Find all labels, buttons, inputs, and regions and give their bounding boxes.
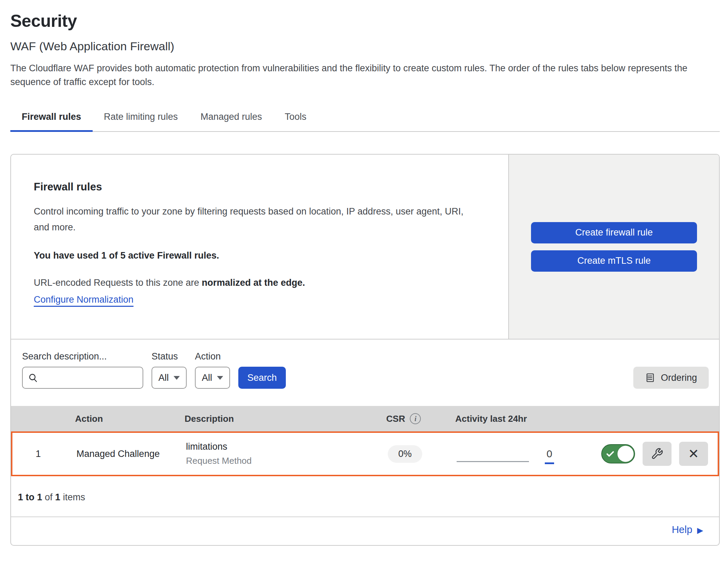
normalization-text: URL-encoded Requests to this zone are — [34, 278, 202, 288]
rules-table-header: Action Description CSR i Activity last 2… — [11, 406, 719, 431]
create-rule-actions-panel: Create firewall rule Create mTLS rule — [508, 155, 719, 339]
firewall-rules-info: Firewall rules Control incoming traffic … — [11, 155, 508, 339]
rule-action: Managed Challenge — [64, 449, 178, 459]
search-label: Search description... — [22, 351, 143, 362]
search-box[interactable] — [22, 367, 143, 389]
rule-description-cell: limitations Request Method — [178, 441, 357, 466]
items-total: 1 — [55, 492, 60, 502]
items-range: 1 to 1 — [18, 492, 42, 502]
rule-csr-cell: 0% — [357, 445, 453, 463]
status-filter-group: Status All — [152, 351, 187, 389]
tab-label: Managed rules — [200, 112, 262, 122]
configure-normalization-link[interactable]: Configure Normalization — [34, 294, 134, 305]
tab-tools[interactable]: Tools — [273, 107, 318, 131]
activity-count-link[interactable]: 0 — [545, 448, 554, 464]
search-button[interactable]: Search — [238, 367, 286, 389]
ordering-button[interactable]: Ordering — [633, 367, 709, 389]
ordering-list-icon — [645, 373, 655, 383]
wrench-icon — [651, 448, 663, 460]
csr-header-label: CSR — [386, 414, 405, 424]
page-subtitle: WAF (Web Application Firewall) — [10, 39, 720, 53]
rules-filter-bar: Search description... Status All — [11, 339, 719, 406]
action-select[interactable]: All — [195, 367, 230, 389]
help-section: Help ▶ — [11, 517, 719, 545]
rule-enabled-toggle[interactable] — [601, 444, 635, 463]
help-link[interactable]: Help ▶ — [672, 524, 703, 535]
info-icon[interactable]: i — [410, 413, 421, 424]
tab-firewall-rules[interactable]: Firewall rules — [10, 107, 93, 131]
tab-label: Tools — [285, 112, 306, 122]
page-description: The Cloudflare WAF provides both automat… — [10, 61, 720, 89]
security-waf-page: Security WAF (Web Application Firewall) … — [0, 0, 728, 546]
ordering-button-label: Ordering — [661, 373, 697, 383]
action-selected-value: All — [202, 373, 212, 383]
chevron-down-icon — [217, 376, 223, 380]
tab-label: Rate limiting rules — [104, 112, 178, 122]
normalization-bold-text: normalized at the edge. — [202, 278, 305, 288]
page-title: Security — [10, 12, 720, 30]
search-icon — [28, 372, 39, 383]
firewall-rule-row: 1 Managed Challenge limitations Request … — [11, 431, 719, 476]
tab-label: Firewall rules — [22, 112, 81, 122]
csr-badge: 0% — [388, 445, 422, 463]
help-label: Help — [672, 524, 693, 535]
activity-sparkline — [457, 461, 529, 462]
tab-managed-rules[interactable]: Managed rules — [189, 107, 273, 131]
close-icon: ✕ — [688, 447, 699, 460]
rule-controls: ✕ — [598, 442, 718, 466]
check-icon — [605, 449, 615, 459]
edit-rule-button[interactable] — [643, 442, 672, 466]
create-firewall-rule-button[interactable]: Create firewall rule — [531, 222, 697, 243]
search-input[interactable] — [41, 372, 138, 384]
rule-description: limitations — [186, 441, 357, 452]
action-filter-group: Action All — [195, 351, 230, 389]
section-title: Firewall rules — [34, 181, 488, 193]
chevron-down-icon — [174, 376, 180, 380]
create-mtls-rule-button[interactable]: Create mTLS rule — [531, 250, 697, 272]
section-description: Control incoming traffic to your zone by… — [34, 203, 475, 235]
header-description: Description — [176, 414, 355, 424]
status-selected-value: All — [158, 373, 169, 383]
status-label: Status — [152, 351, 187, 362]
tab-rate-limiting-rules[interactable]: Rate limiting rules — [93, 107, 189, 131]
header-csr: CSR i — [355, 413, 452, 424]
rule-expression-summary: Request Method — [186, 456, 357, 466]
arrow-right-icon: ▶ — [697, 526, 703, 534]
rule-activity-cell: 0 — [453, 446, 598, 462]
usage-summary: You have used 1 of 5 active Firewall rul… — [34, 250, 488, 261]
header-action: Action — [63, 414, 176, 424]
delete-rule-button[interactable]: ✕ — [679, 442, 708, 466]
header-activity: Activity last 24hr — [452, 414, 596, 424]
items-of: of — [45, 492, 53, 502]
firewall-rules-overview: Firewall rules Control incoming traffic … — [11, 155, 719, 339]
status-select[interactable]: All — [152, 367, 187, 389]
table-footer: 1 to 1 of 1 items — [11, 476, 719, 517]
normalization-note: URL-encoded Requests to this zone are no… — [34, 278, 488, 288]
search-filter-group: Search description... — [22, 351, 143, 389]
firewall-rules-card: Firewall rules Control incoming traffic … — [10, 154, 720, 546]
toggle-knob — [617, 446, 634, 462]
items-label: items — [63, 492, 85, 502]
waf-tabs: Firewall rules Rate limiting rules Manag… — [10, 107, 720, 132]
rule-priority: 1 — [12, 449, 64, 459]
action-label: Action — [195, 351, 230, 362]
